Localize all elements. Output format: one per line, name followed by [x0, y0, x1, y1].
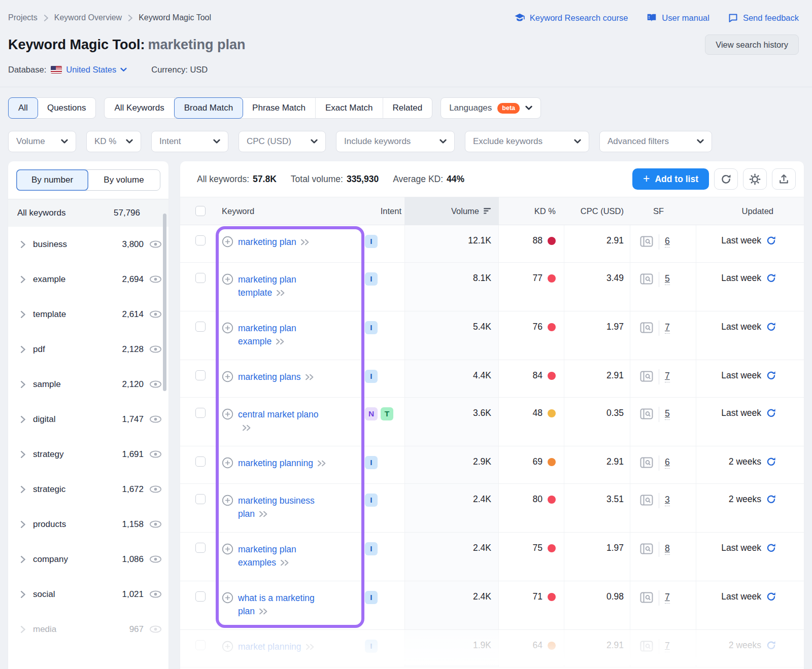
add-keyword-to-list-icon[interactable]	[222, 495, 233, 506]
row-checkbox[interactable]	[195, 456, 206, 467]
chevron-right-icon[interactable]	[20, 451, 25, 458]
sidebar-group-template[interactable]: template 2,614	[8, 297, 168, 332]
chevron-right-icon[interactable]	[20, 346, 25, 353]
chevron-right-icon[interactable]	[20, 346, 25, 353]
sf-count[interactable]: 3	[665, 495, 670, 506]
breadcrumb-item[interactable]: Keyword Overview	[54, 13, 122, 22]
sidebar-group-media[interactable]: media 967	[8, 612, 168, 647]
chevron-right-icon[interactable]	[20, 241, 25, 248]
hide-group-eye-icon[interactable]	[149, 555, 162, 563]
tab-all[interactable]: All	[8, 97, 38, 119]
refresh-metrics-icon[interactable]	[766, 543, 776, 581]
view-search-history-button[interactable]: View search history	[705, 34, 799, 55]
hide-group-eye-icon[interactable]	[149, 380, 162, 388]
hide-group-eye-icon[interactable]	[149, 520, 162, 528]
sidebar-group-products[interactable]: products 1,158	[8, 507, 168, 542]
hide-group-eye-icon[interactable]	[149, 590, 162, 598]
row-checkbox[interactable]	[195, 322, 206, 332]
tab-questions[interactable]: Questions	[38, 98, 96, 118]
hide-group-eye-icon[interactable]	[149, 275, 162, 283]
add-keyword-to-list-icon[interactable]	[222, 592, 233, 604]
select-all-checkbox[interactable]	[195, 206, 206, 216]
hide-group-eye-icon[interactable]	[149, 415, 162, 423]
chevron-right-icon[interactable]	[20, 311, 25, 318]
filter-intent[interactable]: Intent	[151, 131, 228, 152]
sidebar-group-example[interactable]: example 2,694	[8, 262, 168, 297]
keyword-link[interactable]: marketing planning	[238, 458, 313, 468]
tab-all-keywords[interactable]: All Keywords	[105, 98, 174, 118]
chevron-right-icon[interactable]	[20, 416, 25, 423]
serp-preview-icon[interactable]	[640, 408, 653, 419]
sf-count[interactable]: 8	[665, 543, 670, 555]
sidebar-group-pdf[interactable]: pdf 2,128	[8, 332, 168, 367]
keyword-link[interactable]: market planning	[238, 642, 301, 652]
sidebar-group-digital[interactable]: digital 1,747	[8, 402, 168, 437]
chevron-right-icon[interactable]	[20, 626, 25, 633]
expand-keyword-icon[interactable]	[259, 511, 268, 517]
breadcrumb-item[interactable]: Projects	[8, 13, 38, 22]
serp-preview-icon[interactable]	[640, 641, 653, 652]
chevron-right-icon[interactable]	[20, 486, 25, 493]
chevron-right-icon[interactable]	[20, 381, 25, 388]
add-keyword-to-list-icon[interactable]	[222, 322, 233, 334]
expand-keyword-icon[interactable]	[300, 239, 310, 245]
sidebar-group-strategy[interactable]: strategy 1,691	[8, 437, 168, 472]
serp-preview-icon[interactable]	[640, 371, 653, 382]
chevron-right-icon[interactable]	[20, 381, 25, 388]
chevron-right-icon[interactable]	[20, 521, 25, 528]
filter-cpc-usd-[interactable]: CPC (USD)	[239, 131, 326, 152]
tab-broad-match[interactable]: Broad Match	[174, 97, 243, 119]
refresh-metrics-icon[interactable]	[766, 494, 776, 532]
sf-count[interactable]: 6	[665, 457, 670, 469]
hide-group-eye-icon[interactable]	[149, 240, 162, 248]
chevron-right-icon[interactable]	[20, 591, 25, 598]
sf-count[interactable]: 7	[665, 371, 670, 382]
refresh-metrics-icon[interactable]	[766, 456, 776, 483]
sf-count[interactable]: 7	[665, 322, 670, 334]
sidebar-group-social[interactable]: social 1,021	[8, 577, 168, 612]
expand-keyword-icon[interactable]	[276, 290, 286, 296]
add-to-list-button[interactable]: + Add to list	[632, 168, 709, 190]
refresh-metrics-icon[interactable]	[766, 640, 776, 667]
refresh-metrics-icon[interactable]	[766, 322, 776, 360]
add-keyword-to-list-icon[interactable]	[222, 408, 233, 420]
row-checkbox[interactable]	[195, 370, 206, 380]
export-button[interactable]	[772, 168, 796, 190]
serp-preview-icon[interactable]	[640, 592, 653, 603]
sidebar-group-sample[interactable]: sample 2,120	[8, 367, 168, 402]
hide-group-eye-icon[interactable]	[149, 345, 162, 353]
expand-keyword-icon[interactable]	[305, 374, 315, 380]
expand-keyword-icon[interactable]	[259, 608, 268, 615]
settings-button[interactable]	[743, 168, 767, 190]
sidebar-tab-by-number[interactable]: By number	[16, 169, 88, 191]
header-link-book[interactable]: User manual	[646, 12, 709, 23]
sf-count[interactable]: 6	[665, 236, 670, 248]
row-checkbox[interactable]	[195, 235, 206, 245]
add-keyword-to-list-icon[interactable]	[222, 457, 233, 469]
add-keyword-to-list-icon[interactable]	[222, 641, 233, 652]
column-header-kd[interactable]: KD %	[499, 197, 564, 225]
hide-group-eye-icon[interactable]	[149, 485, 162, 493]
expand-keyword-icon[interactable]	[306, 644, 315, 650]
hide-group-eye-icon[interactable]	[149, 310, 162, 318]
filter-kd-[interactable]: KD %	[86, 131, 141, 152]
refresh-metrics-icon[interactable]	[766, 370, 776, 397]
chevron-right-icon[interactable]	[20, 451, 25, 458]
filter-exclude-keywords[interactable]: Exclude keywords	[465, 131, 589, 152]
filter-include-keywords[interactable]: Include keywords	[336, 131, 455, 152]
chevron-right-icon[interactable]	[20, 276, 25, 283]
chevron-right-icon[interactable]	[20, 311, 25, 318]
add-keyword-to-list-icon[interactable]	[222, 543, 233, 555]
keyword-link[interactable]: what is a marketing plan	[238, 593, 315, 616]
chevron-right-icon[interactable]	[20, 556, 25, 563]
database-selector[interactable]: United States	[51, 65, 127, 75]
header-link-graduation-cap[interactable]: Keyword Research course	[514, 12, 628, 23]
filter-volume[interactable]: Volume	[8, 131, 76, 152]
row-checkbox[interactable]	[195, 543, 206, 553]
chevron-right-icon[interactable]	[20, 556, 25, 563]
tab-exact-match[interactable]: Exact Match	[316, 98, 383, 118]
serp-preview-icon[interactable]	[640, 273, 653, 285]
sf-count[interactable]: 7	[665, 641, 670, 652]
filter-advanced-filters[interactable]: Advanced filters	[599, 131, 712, 152]
sidebar-tab-by-volume[interactable]: By volume	[88, 170, 160, 190]
